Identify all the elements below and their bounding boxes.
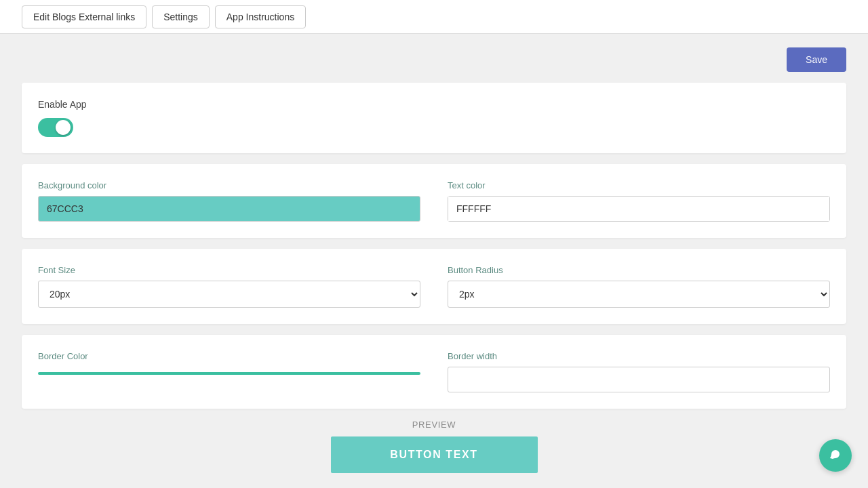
border-color-bar [38, 372, 420, 375]
preview-section: PREVIEW BUTTON TEXT [22, 420, 846, 473]
text-color-input[interactable] [448, 197, 829, 221]
text-color-input-wrapper [448, 196, 830, 222]
enable-app-toggle[interactable] [38, 118, 73, 137]
preview-button[interactable]: BUTTON TEXT [331, 436, 538, 473]
color-card: Background color Text color [22, 164, 846, 238]
enable-app-label: Enable App [38, 99, 830, 110]
save-row: Save [22, 47, 846, 72]
button-radius-group: Button Radius 0px 2px 4px 6px 8px 12px 1… [448, 265, 830, 308]
save-button[interactable]: Save [787, 47, 846, 72]
border-width-group: Border width [448, 351, 830, 392]
bg-color-input-wrapper [38, 196, 420, 222]
bg-color-group: Background color [38, 180, 420, 222]
font-size-select[interactable]: 14px 16px 18px 20px 24px 28px 32px [38, 281, 420, 308]
font-size-label: Font Size [38, 265, 420, 275]
bg-color-label: Background color [38, 180, 420, 190]
edit-blogs-button[interactable]: Edit Blogs External links [22, 5, 146, 28]
text-color-group: Text color [448, 180, 830, 222]
font-two-col: Font Size 14px 16px 18px 20px 24px 28px … [38, 265, 830, 308]
border-two-col: Border Color Border width [38, 351, 830, 392]
button-radius-select[interactable]: 0px 2px 4px 6px 8px 12px 16px [448, 281, 830, 308]
chat-bubble-icon [827, 446, 844, 465]
app-instructions-button[interactable]: App Instructions [215, 5, 306, 28]
chat-bubble[interactable] [819, 439, 852, 472]
enable-app-toggle-wrapper [38, 118, 830, 137]
top-nav: Edit Blogs External links Settings App I… [0, 0, 868, 34]
button-radius-label: Button Radius [448, 265, 830, 275]
border-color-label: Border Color [38, 351, 420, 361]
border-width-input[interactable] [448, 367, 830, 392]
border-color-group: Border Color [38, 351, 420, 392]
toggle-thumb [56, 120, 71, 135]
text-color-label: Text color [448, 180, 830, 190]
border-width-label: Border width [448, 351, 830, 361]
bg-color-input[interactable] [39, 197, 420, 221]
main-content: Save Enable App Background color Text co… [0, 34, 868, 488]
preview-label: PREVIEW [22, 420, 846, 430]
font-card: Font Size 14px 16px 18px 20px 24px 28px … [22, 249, 846, 324]
enable-app-card: Enable App [22, 83, 846, 153]
border-card: Border Color Border width [22, 335, 846, 409]
settings-button[interactable]: Settings [152, 5, 210, 28]
font-size-group: Font Size 14px 16px 18px 20px 24px 28px … [38, 265, 420, 308]
color-two-col: Background color Text color [38, 180, 830, 222]
